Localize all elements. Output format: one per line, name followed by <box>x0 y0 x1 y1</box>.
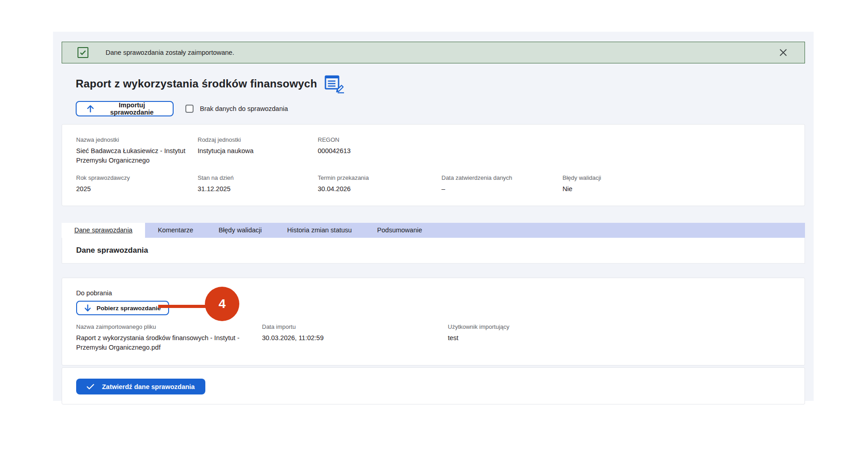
upload-arrow-icon <box>87 105 94 113</box>
import-report-button-label: Importuj sprawozdanie <box>101 101 163 116</box>
section-heading-strip: Dane sprawozdania <box>62 238 805 264</box>
field-label: REGON <box>318 136 787 143</box>
check-icon <box>87 384 94 390</box>
no-data-checkbox[interactable] <box>185 105 194 113</box>
download-arrow-icon <box>84 304 91 312</box>
report-edit-icon <box>324 74 345 93</box>
field-label: Termin przekazania <box>318 174 433 181</box>
field-as-of-date: Stan na dzień 31.12.2025 <box>198 174 318 194</box>
tab-report-data[interactable]: Dane sprawozdania <box>62 223 145 238</box>
tab-validation-errors[interactable]: Błędy walidacji <box>206 223 274 238</box>
annotation-step-badge: 4 <box>205 287 239 321</box>
import-report-button[interactable]: Importuj sprawozdanie <box>76 101 174 116</box>
field-regon: REGON 000042613 <box>318 136 795 165</box>
field-value: – <box>441 184 554 194</box>
import-info-fields: Nazwa zaimportowanego pliku Raport z wyk… <box>76 323 795 352</box>
field-label: Rodzaj jednostki <box>198 136 310 143</box>
report-info-card: Nazwa jednostki Sieć Badawcza Łukasiewic… <box>62 124 805 206</box>
no-data-checkbox-label: Brak danych do sprawozdania <box>200 105 288 112</box>
field-label: Użytkownik importujący <box>448 323 787 330</box>
close-icon[interactable] <box>777 47 789 58</box>
section-heading: Dane sprawozdania <box>76 246 148 255</box>
annotation-connector-line <box>158 305 209 308</box>
download-card: Do pobrania Pobierz sprawozdanie 4 Nazwa… <box>62 278 805 365</box>
field-import-date: Data importu 30.03.2026, 11:02:59 <box>262 323 448 352</box>
page-title: Raport z wykorzystania środków finansowy… <box>76 77 317 90</box>
app-window: Dane sprawozdania zostały zaimportowane.… <box>0 0 868 452</box>
main-content: Dane sprawozdania zostały zaimportowane.… <box>53 32 814 401</box>
field-value: 30.03.2026, 11:02:59 <box>262 333 440 343</box>
tab-summary[interactable]: Podsumowanie <box>364 223 435 238</box>
tab-bar: Dane sprawozdania Komentarze Błędy walid… <box>62 223 805 238</box>
field-value: Instytucja naukowa <box>198 146 310 156</box>
field-label: Nazwa jednostki <box>76 136 189 143</box>
field-unit-name: Nazwa jednostki Sieć Badawcza Łukasiewic… <box>76 136 198 165</box>
field-label: Błędy walidacji <box>563 174 787 181</box>
success-alert: Dane sprawozdania zostały zaimportowane. <box>62 42 805 63</box>
field-value: Sieć Badawcza Łukasiewicz - Instytut Prz… <box>76 146 189 165</box>
no-data-checkbox-group: Brak danych do sprawozdania <box>185 105 288 113</box>
approve-report-data-button-label: Zatwierdź dane sprawozdania <box>102 383 195 390</box>
field-validation-errors: Błędy walidacji Nie <box>563 174 795 194</box>
field-label: Rok sprawozdawczy <box>76 174 189 181</box>
field-importing-user: Użytkownik importujący test <box>448 323 795 352</box>
field-unit-type: Rodzaj jednostki Instytucja naukowa <box>198 136 318 165</box>
field-value: 000042613 <box>318 146 787 156</box>
field-value: test <box>448 333 787 343</box>
tab-status-history[interactable]: Historia zmian statusu <box>274 223 364 238</box>
field-value: Raport z wykorzystania środków finansowy… <box>76 333 254 352</box>
approve-report-data-button[interactable]: Zatwierdź dane sprawozdania <box>76 379 205 394</box>
field-label: Nazwa zaimportowanego pliku <box>76 323 254 330</box>
field-label: Data importu <box>262 323 440 330</box>
alert-message: Dane sprawozdania zostały zaimportowane. <box>106 49 234 56</box>
field-submission-deadline: Termin przekazania 30.04.2026 <box>318 174 441 194</box>
field-label: Data zatwierdzenia danych <box>441 174 554 181</box>
field-value: 30.04.2026 <box>318 184 433 194</box>
checked-checkbox-icon <box>78 47 88 58</box>
field-value: 2025 <box>76 184 189 194</box>
field-report-year: Rok sprawozdawczy 2025 <box>76 174 198 194</box>
field-imported-file-name: Nazwa zaimportowanego pliku Raport z wyk… <box>76 323 262 352</box>
download-report-button[interactable]: Pobierz sprawozdanie <box>76 301 169 315</box>
confirm-card: Zatwierdź dane sprawozdania <box>62 367 805 404</box>
field-value: 31.12.2025 <box>198 184 310 194</box>
tab-comments[interactable]: Komentarze <box>145 223 206 238</box>
download-report-button-label: Pobierz sprawozdanie <box>97 305 161 312</box>
annotation-step-number: 4 <box>218 297 226 311</box>
report-toolbar: Importuj sprawozdanie Brak danych do spr… <box>76 101 805 116</box>
field-approval-date: Data zatwierdzenia danych – <box>441 174 563 194</box>
field-label: Stan na dzień <box>198 174 310 181</box>
report-tabs-panel: Dane sprawozdania Komentarze Błędy walid… <box>62 223 805 264</box>
page-header: Raport z wykorzystania środków finansowy… <box>76 74 805 93</box>
field-value: Nie <box>563 184 787 194</box>
download-group-label: Do pobrania <box>76 289 795 297</box>
